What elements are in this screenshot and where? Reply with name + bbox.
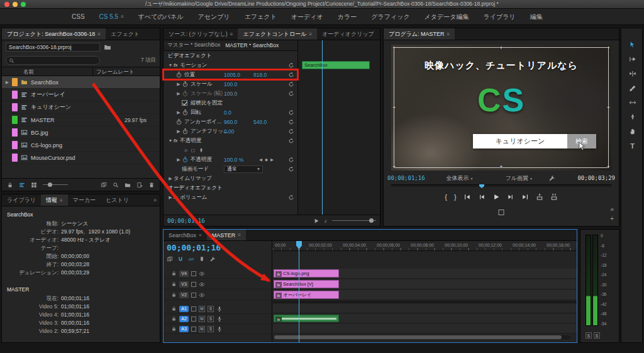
workspace-item-css[interactable]: CSS (72, 13, 85, 20)
column-divider[interactable] (92, 67, 93, 76)
tab-program-monitor[interactable]: プログラム: MASTER≡ (384, 28, 455, 40)
reset-icon[interactable] (288, 109, 294, 116)
extract-button[interactable] (550, 193, 558, 201)
reset-icon[interactable] (288, 62, 294, 69)
sync-lock-icon[interactable] (191, 306, 196, 311)
effect-name[interactable]: 不透明度 (180, 137, 201, 145)
clip-cs-logo[interactable]: fxCS-logo.png (274, 269, 339, 277)
label-color-chip[interactable] (12, 103, 18, 111)
mute-button[interactable]: M (199, 326, 205, 332)
hand-tool[interactable] (621, 124, 643, 138)
scale-parameter-row[interactable]: ▶ スケール 100.0 (164, 79, 297, 89)
track-header-a3[interactable]: A3 M S (164, 324, 272, 334)
timeline-track-area[interactable]: 00;0000;00;02;0000;00;04;0000;00;06;0000… (273, 241, 577, 342)
tab-source-monitor[interactable]: ソース: (クリップなし)≡ (164, 28, 238, 40)
go-to-in-button[interactable] (464, 193, 471, 201)
clip-overlay[interactable]: fxオーバーレイ (274, 291, 339, 299)
reset-icon[interactable] (288, 138, 294, 144)
add-marker-icon[interactable] (199, 256, 205, 262)
project-item-searchbox[interactable]: ▶ SearchBox (2, 76, 160, 89)
go-to-out-button[interactable] (521, 193, 529, 201)
track-badge[interactable]: A1 (179, 306, 189, 312)
twirl-icon[interactable]: ▼ (167, 63, 174, 67)
reset-icon[interactable] (288, 166, 294, 172)
effect-timeline-clip[interactable]: SearchBox (302, 61, 370, 69)
track-lane-a1[interactable] (273, 304, 577, 313)
clip-searchbox-audio[interactable]: fx (274, 315, 339, 322)
play-audio-icon[interactable] (313, 218, 319, 224)
slip-tool[interactable] (621, 95, 643, 109)
anchor-point-parameter-row[interactable]: アンカーポイ... 960.0 540.0 (164, 117, 297, 126)
track-lane-v3[interactable]: fxSearchBox [V] (273, 279, 577, 289)
program-timecode[interactable]: 00;00;01;16 (387, 175, 425, 181)
track-lock-icon[interactable] (171, 271, 177, 276)
add-keyframe-icon[interactable]: ◆ (265, 157, 268, 162)
workspace-item-graphics[interactable]: グラフィック (371, 13, 409, 21)
panel-menu-icon[interactable]: ≡ (230, 31, 233, 37)
disclosure-icon[interactable]: ▶ (4, 80, 10, 85)
reset-icon[interactable] (288, 157, 294, 163)
opacity-parameter-row[interactable]: ▶ 不透明度 100.0 % ◀ ◆ ▶ (164, 155, 297, 164)
sync-lock-icon[interactable] (191, 282, 196, 287)
add-button[interactable]: + (610, 215, 614, 222)
tab-audio-clip-mixer[interactable]: オーディオクリップ (317, 28, 379, 40)
stopwatch-icon[interactable] (182, 109, 189, 116)
twirl-icon[interactable]: ▶ (175, 110, 182, 115)
stopwatch-icon[interactable] (175, 71, 182, 78)
scale-value[interactable]: 100.0 (224, 81, 237, 87)
pen-mask-icon[interactable] (198, 147, 204, 154)
twirl-icon[interactable]: ▶ (167, 176, 174, 181)
close-window-button[interactable] (4, 2, 9, 7)
project-search-input[interactable] (6, 56, 100, 65)
scrubber-playhead[interactable] (479, 184, 484, 188)
solo-button[interactable]: S (208, 326, 214, 332)
track-lane-a2[interactable]: fx (273, 314, 577, 323)
tab-project[interactable]: プロジェクト: SearchBox-0306-18≡ (2, 28, 106, 40)
track-badge[interactable]: V3 (179, 281, 189, 288)
twirl-icon[interactable]: ▼ (167, 138, 174, 143)
position-y-value[interactable]: 818.0 (253, 72, 267, 78)
tab-overflow-icon[interactable]: » (150, 194, 160, 206)
new-bin-icon[interactable] (125, 182, 131, 188)
workspace-item-assembly[interactable]: アセンブリ (197, 13, 230, 21)
sync-lock-icon[interactable] (191, 293, 196, 298)
project-item-bg-jpg[interactable]: BG.jpg (2, 126, 160, 139)
workspace-item-color[interactable]: カラー (338, 13, 357, 21)
razor-tool[interactable] (621, 81, 643, 95)
project-item-cs-logo[interactable]: CS-logo.png (2, 139, 160, 152)
zoom-window-button[interactable] (21, 2, 26, 7)
playhead[interactable] (299, 241, 299, 342)
ellipse-mask-icon[interactable]: ○ (184, 147, 187, 154)
volume-effect-row[interactable]: ▶ fx ボリューム (164, 193, 297, 202)
twirl-icon[interactable]: ▶ (167, 195, 174, 200)
panel-menu-icon[interactable]: ≡ (447, 31, 450, 37)
zoom-level-dropdown[interactable]: 全体表示▾ (447, 174, 473, 182)
rect-mask-icon[interactable]: □ (191, 147, 194, 154)
workspace-item-audio[interactable]: オーディオ (291, 13, 323, 21)
track-header-a2[interactable]: A2 M S (164, 314, 272, 324)
workspace-item-libraries[interactable]: ライブラリ (484, 13, 516, 21)
panel-menu-icon[interactable]: ≡ (97, 31, 101, 37)
effect-controls-timecode[interactable]: 00;00;01;16 (167, 218, 205, 224)
blend-mode-row[interactable]: 描画モード 通常▾ (164, 164, 297, 174)
automate-to-sequence-icon[interactable] (101, 182, 107, 188)
antiflicker-parameter-row[interactable]: ▶ アンチフリッ... 0.00 (164, 126, 297, 136)
position-x-value[interactable]: 1005.0 (224, 72, 240, 78)
mark-out-button[interactable]: } (454, 193, 457, 201)
tab-effects[interactable]: エフェクト (106, 28, 145, 40)
voiceover-mic-icon[interactable] (216, 326, 223, 332)
solo-button[interactable]: S (208, 306, 214, 312)
column-name[interactable]: 名前 (23, 69, 34, 76)
timeline-ruler[interactable]: 00;0000;00;02;0000;00;04;0000;00;06;0000… (273, 241, 577, 251)
stopwatch-icon[interactable] (182, 128, 189, 135)
timeline-horizontal-scrollbar[interactable] (274, 335, 570, 339)
track-header-v3[interactable]: V3 (164, 279, 272, 289)
bin-navigate-icon[interactable] (104, 43, 111, 51)
step-back-button[interactable] (478, 193, 486, 201)
track-lock-icon[interactable] (171, 281, 177, 287)
voiceover-mic-icon[interactable] (216, 316, 223, 322)
sync-lock-icon[interactable] (191, 317, 196, 322)
panel-menu-icon[interactable]: ≡ (60, 198, 63, 203)
solo-left-button[interactable]: S (586, 332, 592, 339)
twirl-icon[interactable]: ▶ (175, 129, 182, 134)
